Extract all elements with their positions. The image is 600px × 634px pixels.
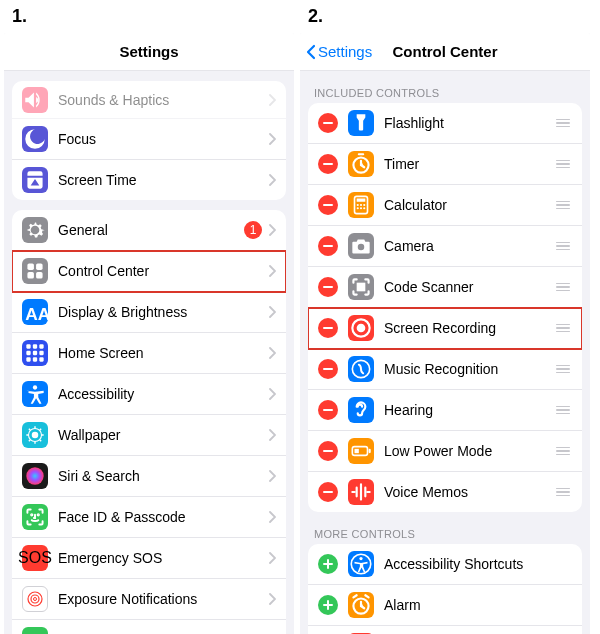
cc-scroll[interactable]: Included ControlsFlashlightTimerCalculat… bbox=[300, 71, 590, 634]
add-button[interactable] bbox=[318, 554, 338, 574]
drag-handle-icon[interactable] bbox=[554, 406, 572, 415]
more-header: More Controls bbox=[300, 522, 590, 544]
remove-button[interactable] bbox=[318, 441, 338, 461]
add-button[interactable] bbox=[318, 595, 338, 615]
chevron-right-icon bbox=[268, 265, 276, 277]
chevron-right-icon bbox=[268, 593, 276, 605]
remove-button[interactable] bbox=[318, 113, 338, 133]
remove-button[interactable] bbox=[318, 318, 338, 338]
settings-scroll[interactable]: Sounds & HapticsFocusScreen TimeGeneral1… bbox=[4, 71, 294, 634]
cc-row-music[interactable]: Music Recognition bbox=[308, 349, 582, 390]
drag-handle-icon[interactable] bbox=[554, 242, 572, 251]
timer-icon bbox=[348, 151, 374, 177]
focus-icon bbox=[22, 126, 48, 152]
svg-point-17 bbox=[26, 467, 43, 484]
cc-row-hearing[interactable]: Hearing bbox=[308, 390, 582, 431]
drag-handle-icon[interactable] bbox=[554, 324, 572, 333]
settings-row-accessibility[interactable]: Accessibility bbox=[12, 374, 286, 415]
settings-row-display[interactable]: AADisplay & Brightness bbox=[12, 292, 286, 333]
cc-row-calculator[interactable]: Calculator bbox=[308, 185, 582, 226]
chevron-left-icon bbox=[306, 44, 316, 60]
row-label: Exposure Notifications bbox=[58, 591, 268, 607]
svg-point-14 bbox=[33, 385, 37, 389]
svg-rect-41 bbox=[369, 449, 371, 453]
remove-button[interactable] bbox=[318, 400, 338, 420]
settings-row-controlcenter[interactable]: Control Center bbox=[12, 251, 286, 292]
row-label: Timer bbox=[384, 156, 554, 172]
cc-row-screenrec[interactable]: Screen Recording bbox=[308, 308, 582, 349]
row-label: Code Scanner bbox=[384, 279, 554, 295]
drag-handle-icon[interactable] bbox=[554, 119, 572, 128]
svg-text:AA: AA bbox=[25, 304, 48, 324]
siri-icon bbox=[22, 463, 48, 489]
screenrec-icon bbox=[348, 315, 374, 341]
cc-row-lowpower[interactable]: Low Power Mode bbox=[308, 431, 582, 472]
row-label: Voice Memos bbox=[384, 484, 554, 500]
svg-point-19 bbox=[38, 514, 39, 515]
drag-handle-icon[interactable] bbox=[554, 488, 572, 497]
included-group: FlashlightTimerCalculatorCameraCode Scan… bbox=[308, 103, 582, 512]
svg-rect-10 bbox=[39, 351, 43, 355]
settings-row-sos[interactable]: SOSEmergency SOS bbox=[12, 538, 286, 579]
row-label: Low Power Mode bbox=[384, 443, 554, 459]
svg-point-31 bbox=[363, 204, 365, 206]
cc-row-announce[interactable]: Announce Notifications bbox=[308, 626, 582, 634]
back-button[interactable]: Settings bbox=[306, 43, 372, 60]
drag-handle-icon[interactable] bbox=[554, 447, 572, 456]
chevron-right-icon bbox=[268, 174, 276, 186]
settings-row-sounds[interactable]: Sounds & Haptics bbox=[12, 81, 286, 119]
display-icon: AA bbox=[22, 299, 48, 325]
settings-row-screentime[interactable]: Screen Time bbox=[12, 160, 286, 200]
cc-row-timer[interactable]: Timer bbox=[308, 144, 582, 185]
phone-left: Settings Sounds & HapticsFocusScreen Tim… bbox=[4, 33, 294, 634]
faceid-icon bbox=[22, 504, 48, 530]
drag-handle-icon[interactable] bbox=[554, 365, 572, 374]
cc-row-voicememos[interactable]: Voice Memos bbox=[308, 472, 582, 512]
svg-point-30 bbox=[360, 204, 362, 206]
chevron-right-icon bbox=[268, 470, 276, 482]
header-controlcenter: Settings Control Center bbox=[300, 33, 590, 71]
cc-row-alarm[interactable]: Alarm bbox=[308, 585, 582, 626]
remove-button[interactable] bbox=[318, 236, 338, 256]
sos-icon: SOS bbox=[22, 545, 48, 571]
remove-button[interactable] bbox=[318, 359, 338, 379]
settings-row-general[interactable]: General1 bbox=[12, 210, 286, 251]
back-label: Settings bbox=[318, 43, 372, 60]
row-label: Hearing bbox=[384, 402, 554, 418]
row-label: General bbox=[58, 222, 244, 238]
sounds-icon bbox=[22, 87, 48, 113]
row-label: Focus bbox=[58, 131, 268, 147]
svg-point-22 bbox=[34, 598, 37, 601]
chevron-right-icon bbox=[268, 429, 276, 441]
row-label: Alarm bbox=[384, 597, 572, 613]
remove-button[interactable] bbox=[318, 277, 338, 297]
svg-rect-3 bbox=[36, 272, 43, 279]
settings-row-exposure[interactable]: Exposure Notifications bbox=[12, 579, 286, 620]
settings-row-homescreen[interactable]: Home Screen bbox=[12, 333, 286, 374]
settings-row-siri[interactable]: Siri & Search bbox=[12, 456, 286, 497]
drag-handle-icon[interactable] bbox=[554, 283, 572, 292]
svg-point-35 bbox=[358, 244, 365, 251]
drag-handle-icon[interactable] bbox=[554, 201, 572, 210]
cc-row-camera[interactable]: Camera bbox=[308, 226, 582, 267]
settings-row-focus[interactable]: Focus bbox=[12, 119, 286, 160]
svg-rect-28 bbox=[357, 199, 366, 202]
row-label: Flashlight bbox=[384, 115, 554, 131]
settings-row-wallpaper[interactable]: Wallpaper bbox=[12, 415, 286, 456]
controlcenter-icon bbox=[22, 258, 48, 284]
calculator-icon bbox=[348, 192, 374, 218]
cc-row-accshort[interactable]: Accessibility Shortcuts bbox=[308, 544, 582, 585]
remove-button[interactable] bbox=[318, 195, 338, 215]
codescanner-icon bbox=[348, 274, 374, 300]
drag-handle-icon[interactable] bbox=[554, 160, 572, 169]
cc-row-flashlight[interactable]: Flashlight bbox=[308, 103, 582, 144]
svg-point-38 bbox=[357, 324, 366, 333]
row-label: Accessibility Shortcuts bbox=[384, 556, 572, 572]
cc-row-codescanner[interactable]: Code Scanner bbox=[308, 267, 582, 308]
row-label: Emergency SOS bbox=[58, 550, 268, 566]
badge: 1 bbox=[244, 221, 262, 239]
settings-row-battery[interactable]: Battery bbox=[12, 620, 286, 634]
remove-button[interactable] bbox=[318, 482, 338, 502]
settings-row-faceid[interactable]: Face ID & Passcode bbox=[12, 497, 286, 538]
remove-button[interactable] bbox=[318, 154, 338, 174]
